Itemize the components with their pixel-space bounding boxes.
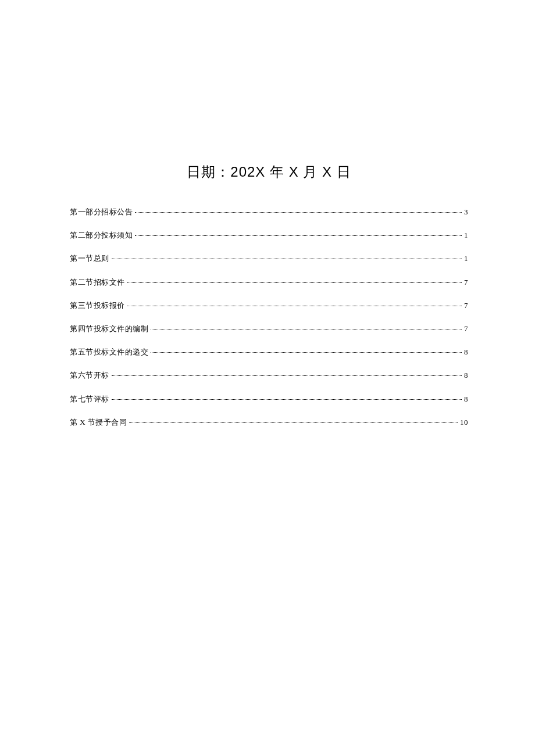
toc-entry: 第五节投标文件的递交 8	[70, 347, 468, 357]
toc-label: 第二节招标文件	[70, 277, 125, 288]
document-page: 日期：202X 年 X 月 X 日 第一部分招标公告 3 第二部分投标须知 1 …	[0, 0, 535, 428]
toc-label: 第四节投标文件的编制	[70, 324, 148, 334]
toc-page-number: 10	[460, 417, 468, 428]
page-title: 日期：202X 年 X 月 X 日	[70, 163, 468, 181]
toc-label: 第一部分招标公告	[70, 207, 133, 217]
toc-label: 第一节总则	[70, 253, 109, 264]
toc-page-number: 3	[464, 207, 468, 217]
toc-label: 第五节投标文件的递交	[70, 347, 148, 357]
toc-page-number: 7	[464, 277, 468, 288]
toc-dots	[129, 422, 458, 423]
toc-label: 第三节投标报价	[70, 300, 125, 311]
toc-entry: 第六节开标 8	[70, 370, 468, 381]
toc-label: 第二部分投标须知	[70, 230, 133, 241]
toc-entry: 第二节招标文件 7	[70, 277, 468, 288]
toc-entry: 第一节总则 1	[70, 253, 468, 264]
toc-label: 第 X 节授予合同	[70, 417, 127, 428]
toc-entry: 第二部分投标须知 1	[70, 230, 468, 241]
toc-dots	[151, 329, 462, 329]
toc-label: 第七节评标	[70, 394, 109, 404]
toc-page-number: 1	[464, 230, 468, 241]
toc-page-number: 7	[464, 300, 468, 311]
toc-dots	[151, 352, 462, 353]
toc-page-number: 8	[464, 347, 468, 357]
toc-dots	[112, 259, 462, 259]
toc-page-number: 8	[464, 394, 468, 404]
toc-dots	[127, 282, 462, 283]
toc-entry: 第七节评标 8	[70, 394, 468, 404]
toc-dots	[127, 306, 462, 306]
toc-dots	[135, 212, 462, 213]
toc-page-number: 7	[464, 324, 468, 334]
toc-dots	[135, 235, 462, 236]
toc-page-number: 1	[464, 253, 468, 264]
toc-entry: 第三节投标报价 7	[70, 300, 468, 311]
toc-entry: 第四节投标文件的编制 7	[70, 324, 468, 334]
toc-dots	[112, 375, 462, 376]
table-of-contents: 第一部分招标公告 3 第二部分投标须知 1 第一节总则 1 第二节招标文件 7 …	[70, 207, 468, 428]
toc-entry: 第 X 节授予合同 10	[70, 417, 468, 428]
toc-dots	[112, 399, 462, 400]
toc-label: 第六节开标	[70, 370, 109, 381]
toc-page-number: 8	[464, 370, 468, 381]
toc-entry: 第一部分招标公告 3	[70, 207, 468, 217]
